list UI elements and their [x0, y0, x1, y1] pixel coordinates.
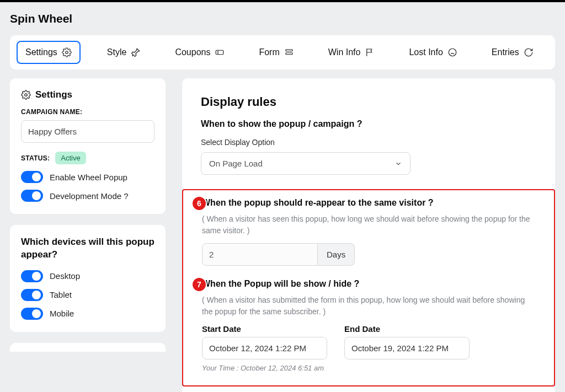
reappear-unit: Days [318, 243, 355, 266]
reappear-heading: When the popup should re-appear to the s… [202, 198, 535, 208]
start-date-label: Start Date [202, 324, 329, 334]
svg-rect-2 [286, 50, 292, 51]
status-label: STATUS: [21, 154, 50, 162]
annotation-badge-6: 6 [191, 196, 207, 211]
toggle-enable-wheel[interactable] [21, 171, 43, 183]
section-reappear: 6 When the popup should re-appear to the… [202, 198, 535, 266]
main-panel: Display rules When to show the popup / c… [182, 78, 555, 392]
svg-point-5 [25, 94, 28, 96]
flag-icon [365, 47, 375, 57]
highlight-box: 6 When the popup should re-appear to the… [182, 189, 555, 386]
tab-win-info[interactable]: Win Info [321, 42, 383, 63]
tab-settings[interactable]: Settings [17, 41, 81, 64]
section-show-hide: 7 When the Popup will be show / hide ? (… [202, 279, 535, 372]
sad-face-icon [447, 47, 457, 57]
tab-form[interactable]: Form [251, 42, 301, 63]
toggle-tablet-label: Tablet [50, 290, 72, 299]
tab-style[interactable]: Style [99, 42, 149, 63]
campaign-name-input[interactable] [21, 120, 154, 143]
toggle-dev-mode-label: Development Mode ? [50, 191, 129, 201]
svg-point-4 [449, 49, 456, 56]
toggle-enable-wheel-label: Enable Wheel Popup [50, 173, 127, 182]
end-date-input[interactable] [344, 337, 470, 359]
show-hide-desc: ( When a visitor has submitted the form … [202, 294, 535, 318]
annotation-badge-7: 7 [191, 277, 207, 292]
tabs-panel: Settings Style Coupons Form Win Info Los… [10, 35, 555, 69]
form-icon [284, 47, 294, 57]
tab-label: Style [107, 47, 127, 57]
pin-icon [131, 47, 141, 57]
svg-rect-3 [286, 53, 292, 55]
toggle-desktop-label: Desktop [50, 271, 80, 281]
campaign-name-label: CAMPAIGN NAME: [21, 108, 154, 116]
svg-rect-1 [216, 50, 224, 55]
tab-label: Settings [25, 47, 57, 57]
end-date-label: End Date [344, 324, 471, 334]
toggle-mobile[interactable] [21, 308, 43, 320]
tab-label: Form [259, 47, 279, 57]
tab-lost-info[interactable]: Lost Info [401, 42, 465, 63]
toggle-desktop[interactable] [21, 270, 43, 282]
display-option-select[interactable]: On Page Load [201, 152, 411, 175]
sidebar-settings-title: Settings [21, 89, 154, 100]
your-time-text: Your Time : October 12, 2024 6:51 am [202, 364, 535, 372]
select-display-option-label: Select Display Option [201, 138, 536, 147]
reappear-desc: ( When a visitor has seen this popup, ho… [202, 213, 535, 237]
page-title: Spin Wheel [0, 2, 565, 31]
refresh-icon [524, 47, 534, 57]
sidebar: Settings CAMPAIGN NAME: STATUS: Active E… [10, 78, 166, 392]
tab-label: Lost Info [409, 47, 443, 57]
display-rules-title: Display rules [201, 95, 536, 109]
show-hide-heading: When the Popup will be show / hide ? [202, 279, 535, 289]
sidebar-settings-title-text: Settings [35, 89, 72, 100]
sidebar-devices-card: Which devices will this popup appear? De… [10, 225, 166, 332]
gear-icon [21, 90, 31, 100]
gear-icon [62, 47, 72, 57]
when-to-show-heading: When to show the popup / campaign ? [201, 119, 536, 129]
devices-title: Which devices will this popup appear? [21, 236, 154, 261]
start-date-input[interactable] [202, 337, 327, 359]
toggle-tablet[interactable] [21, 289, 43, 301]
reappear-value-input[interactable] [202, 243, 318, 266]
tab-coupons[interactable]: Coupons [167, 42, 232, 63]
svg-point-0 [66, 51, 68, 54]
chevron-down-icon [395, 160, 402, 168]
sidebar-settings-card: Settings CAMPAIGN NAME: STATUS: Active E… [10, 78, 166, 214]
tab-label: Entries [492, 47, 519, 57]
tab-label: Win Info [328, 47, 361, 57]
tab-entries[interactable]: Entries [484, 42, 541, 63]
display-option-value: On Page Load [209, 159, 263, 168]
status-badge: Active [55, 152, 86, 164]
ticket-icon [215, 47, 225, 57]
toggle-mobile-label: Mobile [50, 309, 74, 318]
sidebar-truncated-card [10, 343, 166, 352]
tab-label: Coupons [175, 47, 210, 57]
toggle-dev-mode[interactable] [21, 190, 43, 202]
